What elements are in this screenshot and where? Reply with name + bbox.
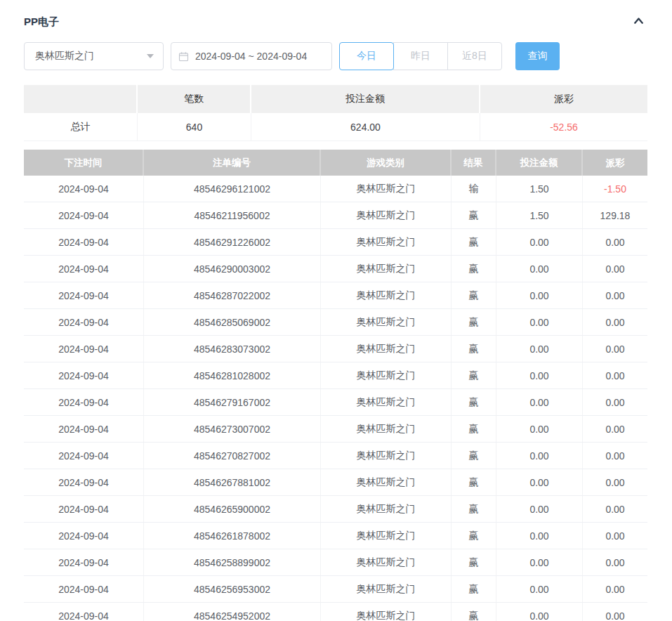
cell-result: 赢 bbox=[452, 256, 496, 282]
cell-game-type: 奥林匹斯之门 bbox=[321, 336, 452, 362]
summary-header-row: 笔数 投注金额 派彩 bbox=[24, 85, 647, 113]
cell-bet-time: 2024-09-04 bbox=[24, 389, 144, 415]
yesterday-button[interactable]: 昨日 bbox=[393, 42, 448, 70]
date-range-input[interactable]: 2024-09-04 ~ 2024-09-04 bbox=[171, 42, 332, 70]
cell-bet-time: 2024-09-04 bbox=[24, 523, 144, 549]
cell-payout: 0.00 bbox=[583, 309, 647, 335]
cell-payout: 0.00 bbox=[583, 229, 647, 255]
cell-bet-amount: 0.00 bbox=[496, 362, 583, 388]
page-title: PP电子 bbox=[24, 15, 59, 29]
cell-bet-amount: 0.00 bbox=[496, 523, 583, 549]
cell-payout: 0.00 bbox=[583, 443, 647, 469]
cell-result: 赢 bbox=[452, 416, 496, 442]
cell-bet-time: 2024-09-04 bbox=[24, 549, 144, 575]
cell-game-type: 奥林匹斯之门 bbox=[321, 309, 452, 335]
cell-game-type: 奥林匹斯之门 bbox=[321, 256, 452, 282]
summary-total-row: 总计 640 624.00 -52.56 bbox=[24, 113, 647, 141]
cell-payout: 0.00 bbox=[583, 256, 647, 282]
table-row: 2024-09-04 48546279167002 奥林匹斯之门 赢 0.00 … bbox=[24, 389, 647, 416]
cell-bet-time: 2024-09-04 bbox=[24, 309, 144, 335]
col-header-payout: 派彩 bbox=[583, 150, 647, 176]
caret-down-icon bbox=[147, 54, 154, 58]
cell-result: 赢 bbox=[452, 576, 496, 602]
cell-payout: 0.00 bbox=[583, 282, 647, 308]
cell-bet-time: 2024-09-04 bbox=[24, 469, 144, 495]
cell-order-id: 48546261878002 bbox=[144, 523, 321, 549]
cell-bet-time: 2024-09-04 bbox=[24, 576, 144, 602]
bet-records-table: 下注时间 注单编号 游戏类别 结果 投注金额 派彩 2024-09-04 485… bbox=[24, 150, 647, 621]
cell-payout: 0.00 bbox=[583, 603, 647, 621]
table-row: 2024-09-04 48546290003002 奥林匹斯之门 赢 0.00 … bbox=[24, 256, 647, 282]
cell-result: 赢 bbox=[452, 549, 496, 575]
panel-header: PP电子 bbox=[24, 13, 647, 31]
table-row: 2024-09-04 48546254952002 奥林匹斯之门 赢 0.00 … bbox=[24, 603, 647, 621]
cell-result: 赢 bbox=[452, 202, 496, 228]
table-row: 2024-09-04 48546291226002 奥林匹斯之门 赢 0.00 … bbox=[24, 229, 647, 256]
cell-game-type: 奥林匹斯之门 bbox=[321, 576, 452, 602]
cell-bet-time: 2024-09-04 bbox=[24, 256, 144, 282]
summary-total-payout: -52.56 bbox=[480, 113, 647, 141]
cell-order-id: 48546258899002 bbox=[144, 549, 321, 575]
col-header-game-type: 游戏类别 bbox=[321, 150, 452, 176]
table-row: 2024-09-04 48546273007002 奥林匹斯之门 赢 0.00 … bbox=[24, 416, 647, 443]
table-row: 2024-09-04 48546211956002 奥林匹斯之门 赢 1.50 … bbox=[24, 202, 647, 229]
filter-bar: 奥林匹斯之门 2024-09-04 ~ 2024-09-04 今日 昨日 近8日… bbox=[24, 42, 647, 70]
cell-result: 赢 bbox=[452, 443, 496, 469]
last-8-days-button[interactable]: 近8日 bbox=[447, 42, 502, 70]
cell-bet-amount: 0.00 bbox=[496, 229, 583, 255]
cell-bet-amount: 0.00 bbox=[496, 282, 583, 308]
query-button[interactable]: 查询 bbox=[515, 42, 560, 70]
summary-total-label: 总计 bbox=[24, 113, 138, 141]
table-row: 2024-09-04 48546270827002 奥林匹斯之门 赢 0.00 … bbox=[24, 443, 647, 469]
cell-order-id: 48546290003002 bbox=[144, 256, 321, 282]
summary-header-count: 笔数 bbox=[138, 85, 251, 113]
cell-bet-time: 2024-09-04 bbox=[24, 496, 144, 522]
cell-payout: 0.00 bbox=[583, 549, 647, 575]
cell-result: 赢 bbox=[452, 282, 496, 308]
date-range-value: 2024-09-04 ~ 2024-09-04 bbox=[195, 51, 307, 62]
cell-game-type: 奥林匹斯之门 bbox=[321, 523, 452, 549]
cell-payout: 0.00 bbox=[583, 336, 647, 362]
table-row: 2024-09-04 48546258899002 奥林匹斯之门 赢 0.00 … bbox=[24, 549, 647, 576]
col-header-result: 结果 bbox=[452, 150, 496, 176]
cell-game-type: 奥林匹斯之门 bbox=[321, 362, 452, 388]
cell-bet-amount: 0.00 bbox=[496, 549, 583, 575]
cell-bet-time: 2024-09-04 bbox=[24, 603, 144, 621]
cell-result: 赢 bbox=[452, 469, 496, 495]
cell-bet-time: 2024-09-04 bbox=[24, 282, 144, 308]
cell-order-id: 48546267881002 bbox=[144, 469, 321, 495]
cell-game-type: 奥林匹斯之门 bbox=[321, 549, 452, 575]
table-row: 2024-09-04 48546256953002 奥林匹斯之门 赢 0.00 … bbox=[24, 576, 647, 603]
summary-total-bet-amount: 624.00 bbox=[251, 113, 480, 141]
col-header-bet-amount: 投注金额 bbox=[496, 150, 583, 176]
table-row: 2024-09-04 48546265900002 奥林匹斯之门 赢 0.00 … bbox=[24, 496, 647, 523]
cell-bet-amount: 0.00 bbox=[496, 443, 583, 469]
cell-bet-amount: 0.00 bbox=[496, 256, 583, 282]
today-button[interactable]: 今日 bbox=[339, 42, 394, 70]
col-header-bet-time: 下注时间 bbox=[24, 150, 144, 176]
cell-payout: -1.50 bbox=[583, 176, 647, 202]
table-row: 2024-09-04 48546287022002 奥林匹斯之门 赢 0.00 … bbox=[24, 282, 647, 309]
cell-bet-amount: 1.50 bbox=[496, 202, 583, 228]
cell-bet-amount: 0.00 bbox=[496, 603, 583, 621]
cell-result: 赢 bbox=[452, 309, 496, 335]
table-row: 2024-09-04 48546281028002 奥林匹斯之门 赢 0.00 … bbox=[24, 362, 647, 389]
cell-bet-time: 2024-09-04 bbox=[24, 336, 144, 362]
cell-bet-time: 2024-09-04 bbox=[24, 362, 144, 388]
cell-order-id: 48546296121002 bbox=[144, 176, 321, 202]
cell-result: 赢 bbox=[452, 229, 496, 255]
bet-table-body: 2024-09-04 48546296121002 奥林匹斯之门 输 1.50 … bbox=[24, 176, 647, 621]
cell-order-id: 48546265900002 bbox=[144, 496, 321, 522]
cell-bet-amount: 0.00 bbox=[496, 469, 583, 495]
cell-payout: 0.00 bbox=[583, 469, 647, 495]
cell-result: 赢 bbox=[452, 523, 496, 549]
cell-result: 赢 bbox=[452, 496, 496, 522]
cell-order-id: 48546211956002 bbox=[144, 202, 321, 228]
collapse-panel-button[interactable] bbox=[629, 13, 647, 31]
game-select[interactable]: 奥林匹斯之门 bbox=[24, 42, 164, 70]
cell-payout: 0.00 bbox=[583, 576, 647, 602]
cell-payout: 0.00 bbox=[583, 416, 647, 442]
cell-payout: 129.18 bbox=[583, 202, 647, 228]
table-row: 2024-09-04 48546261878002 奥林匹斯之门 赢 0.00 … bbox=[24, 523, 647, 549]
cell-bet-amount: 1.50 bbox=[496, 176, 583, 202]
